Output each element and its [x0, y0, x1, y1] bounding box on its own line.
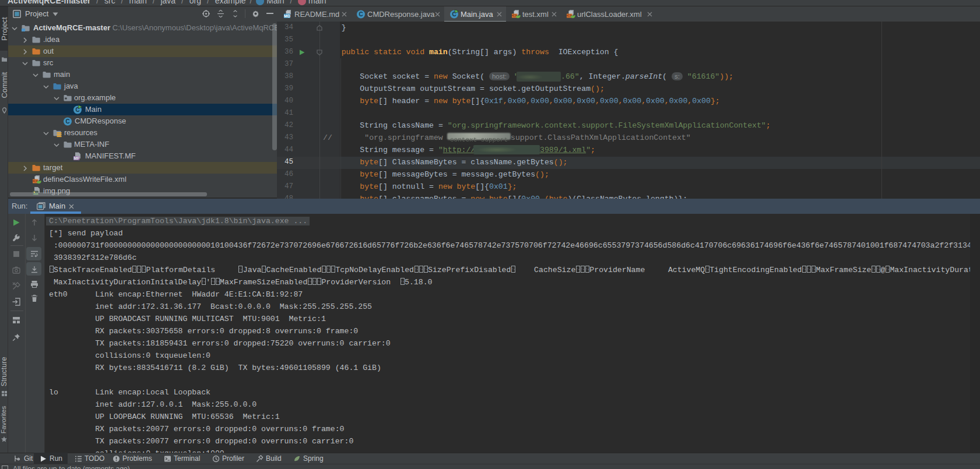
svg-text:C: C	[359, 11, 363, 17]
svg-text:C: C	[65, 118, 69, 125]
svg-text:MD: MD	[284, 14, 290, 18]
svg-text:MF: MF	[74, 156, 79, 160]
